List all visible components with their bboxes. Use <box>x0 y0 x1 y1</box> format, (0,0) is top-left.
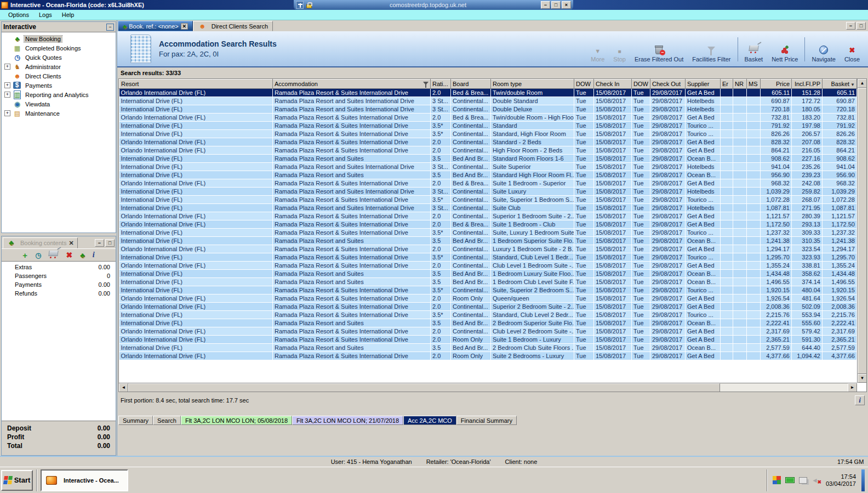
tab-booking-ref[interactable]: ♣ Book. ref.: <none> ✕ <box>118 21 193 31</box>
cart-icon[interactable] <box>49 251 59 256</box>
table-row[interactable]: International Drive (FL)Ramada Plaza Res… <box>119 237 857 245</box>
booking-content-row[interactable]: Passengers0 <box>2 273 116 281</box>
expand-toggle-icon[interactable]: + <box>4 64 10 70</box>
navigate-button[interactable]: Navigate <box>808 43 839 64</box>
table-row[interactable]: Orlando International Drive (FL)Ramada P… <box>119 114 857 122</box>
table-row[interactable]: International Drive (FL)Ramada Plaza Res… <box>119 171 857 179</box>
table-row[interactable]: Orlando International Drive (FL)Ramada P… <box>119 294 857 303</box>
bottom-tab-financial-summary[interactable]: Financial Summary <box>456 416 517 425</box>
table-row[interactable]: International Drive (FL)Ramada Plaza Res… <box>119 286 857 294</box>
add-icon[interactable]: + <box>22 251 27 260</box>
column-header-check-out[interactable]: Check Out <box>650 80 686 89</box>
table-row[interactable]: International Drive (FL)Ramada Plaza Res… <box>119 163 857 171</box>
column-header-supplier[interactable]: Supplier <box>686 80 721 89</box>
taskbar-item-interactive[interactable]: Interactive - Ocea... <box>41 469 128 491</box>
column-header-resort[interactable]: Resort <box>119 80 273 89</box>
table-row[interactable]: International Drive (FL)Ramada Plaza Res… <box>119 196 857 204</box>
info-icon[interactable]: i <box>93 251 95 259</box>
table-row[interactable]: Orlando International Drive (FL)Ramada P… <box>119 138 857 146</box>
table-row[interactable]: International Drive (FL)Ramada Plaza Res… <box>119 319 857 327</box>
antivirus-tray-icon[interactable] <box>773 476 781 484</box>
sidebar-item-direct-clients[interactable]: Direct Clients <box>2 71 116 81</box>
muted-speaker-icon[interactable] <box>812 477 820 484</box>
sidebar-item-viewdata[interactable]: Viewdata <box>2 99 116 109</box>
column-header-er[interactable]: Er <box>721 80 733 89</box>
table-row[interactable]: Orlando International Drive (FL)Ramada P… <box>119 352 857 360</box>
basket-button[interactable]: Basket <box>741 43 767 64</box>
column-header-board[interactable]: Board <box>451 80 491 89</box>
bottom-tab-search[interactable]: Search <box>153 416 181 425</box>
pin-icon[interactable] <box>296 1 304 9</box>
table-row[interactable]: International Drive (FL)Ramada Plaza Res… <box>119 97 857 105</box>
table-row[interactable]: Orlando International Drive (FL)Ramada P… <box>119 89 857 97</box>
table-row[interactable]: International Drive (FL)Ramada Plaza Res… <box>119 311 857 319</box>
table-row[interactable]: International Drive (FL)Ramada Plaza Res… <box>119 344 857 352</box>
booking-content-row[interactable]: Extras0.00 <box>2 264 116 273</box>
column-header-dow[interactable]: DOW <box>632 80 650 89</box>
bottom-tab-acc-2a-2c-mco[interactable]: Acc 2A,2C MCO <box>403 416 456 425</box>
expand-toggle-icon[interactable]: + <box>4 92 10 98</box>
table-row[interactable]: International Drive (FL)Ramada Plaza Res… <box>119 229 857 237</box>
minimize-button[interactable]: − <box>846 22 855 30</box>
nett-price-button[interactable]: Nett Price <box>768 43 802 64</box>
restore-button[interactable]: □ <box>856 22 866 30</box>
menu-item-options[interactable]: Options <box>3 10 34 19</box>
column-header-room-type[interactable]: Room type <box>491 80 574 89</box>
table-row[interactable]: Orlando International Drive (FL)Ramada P… <box>119 245 857 253</box>
column-header-incl-fl-pp[interactable]: Incl.Fl.PP <box>792 80 823 89</box>
column-header-ms[interactable]: MS <box>747 80 761 89</box>
scroll-down-arrow[interactable]: ▼ <box>858 374 867 383</box>
table-row[interactable]: Orlando International Drive (FL)Ramada P… <box>119 336 857 344</box>
table-row[interactable]: Orlando International Drive (FL)Ramada P… <box>119 220 857 229</box>
table-row[interactable]: International Drive (FL)Ramada Plaza Res… <box>119 155 857 163</box>
sidebar-item-payments[interactable]: +Payments <box>2 81 116 90</box>
tab-direct-clients-search[interactable]: Direct Clients Search <box>193 21 273 31</box>
palm2-icon[interactable]: ♣ <box>80 251 85 259</box>
table-row[interactable]: International Drive (FL)Ramada Plaza Res… <box>119 188 857 196</box>
bottom-tab-summary[interactable]: Summary <box>118 416 153 425</box>
booking-content-row[interactable]: Refunds0.00 <box>2 290 116 299</box>
table-row[interactable]: International Drive (FL)Ramada Plaza Res… <box>119 130 857 138</box>
delete-icon[interactable]: ✖ <box>66 251 72 259</box>
network-card-tray-icon[interactable] <box>785 477 795 483</box>
column-header-rati[interactable]: Rati... <box>431 80 451 89</box>
minimize-button[interactable]: − <box>95 239 104 247</box>
menu-item-help[interactable]: Help <box>57 10 79 19</box>
close-tab-icon[interactable]: ✕ <box>181 23 188 30</box>
table-row[interactable]: Orlando International Drive (FL)Ramada P… <box>119 179 857 188</box>
column-header-dow[interactable]: DOW <box>574 80 594 89</box>
vertical-scroll-thumb[interactable] <box>858 88 867 374</box>
close-button[interactable]: Close <box>841 43 864 64</box>
table-row[interactable]: International Drive (FL)Ramada Plaza Res… <box>119 122 857 130</box>
table-row[interactable]: Orlando International Drive (FL)Ramada P… <box>119 146 857 155</box>
expand-toggle-icon[interactable]: + <box>4 82 10 88</box>
network-tray-icon[interactable] <box>799 477 807 484</box>
sidebar-item-reporting-and-analytics[interactable]: +Reporting and Analytics <box>2 90 116 99</box>
table-row[interactable]: International Drive (FL)Ramada Plaza Res… <box>119 204 857 212</box>
booking-contents-tab[interactable]: ♣ Booking contents ✕ <box>3 237 78 248</box>
table-row[interactable]: Orlando International Drive (FL)Ramada P… <box>119 303 857 311</box>
table-row[interactable]: International Drive (FL)Ramada Plaza Res… <box>119 253 857 262</box>
column-header-accommodation[interactable]: Accommodation <box>273 80 431 89</box>
bottom-tab-flt-3a-2c-lon-mco-lon-05-08-2018[interactable]: Flt 3A,2C LON MCO LON; 05/08/2018 <box>181 416 292 425</box>
collapse-panel-button[interactable]: − <box>106 24 114 31</box>
maximize-button[interactable]: □ <box>105 239 115 247</box>
table-row[interactable]: Orlando International Drive (FL)Ramada P… <box>119 327 857 336</box>
table-horizontal-scrollbar[interactable]: ◄ ► <box>119 383 857 392</box>
column-header-check-in[interactable]: Check In <box>594 80 632 89</box>
scroll-up-arrow[interactable]: ▲ <box>858 79 867 88</box>
column-header-price[interactable]: Price <box>761 80 792 89</box>
menu-item-logs[interactable]: Logs <box>34 10 57 19</box>
sidebar-item-completed-bookings[interactable]: Completed Bookings <box>2 43 116 53</box>
sidebar-item-maintenance[interactable]: +Maintenance <box>2 109 116 118</box>
sidebar-item-new-booking[interactable]: New Booking <box>2 34 116 43</box>
restore-button[interactable]: □ <box>551 1 561 9</box>
erase-filtered-out-button[interactable]: Erase Filtered Out <box>631 43 687 64</box>
close-tab-icon[interactable]: ✕ <box>68 240 73 247</box>
booking-content-row[interactable]: Payments0.00 <box>2 281 116 290</box>
close-button[interactable]: × <box>562 1 571 9</box>
facilities-filter-button[interactable]: Facilities Filter <box>688 43 734 64</box>
table-row[interactable]: International Drive (FL)Ramada Plaza Res… <box>119 105 857 114</box>
minimize-button[interactable]: − <box>541 1 550 9</box>
table-row[interactable]: Orlando International Drive (FL)Ramada P… <box>119 212 857 220</box>
